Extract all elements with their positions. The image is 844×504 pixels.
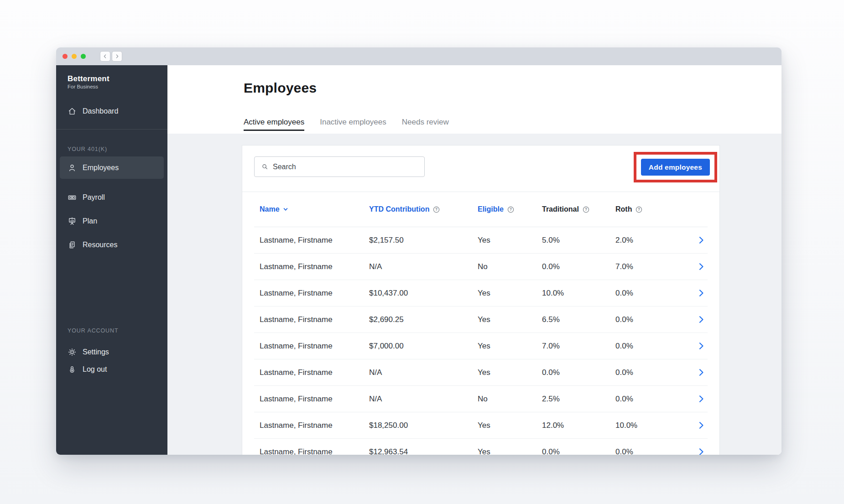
table-row[interactable]: Lastname, Firstname $2,690.25 Yes 6.5% 0… [254, 307, 708, 333]
cell-roth: 0.0% [615, 395, 688, 404]
cell-ytd-contribution: $2,157.50 [369, 236, 478, 245]
column-label: Roth [615, 205, 632, 213]
cell-name: Lastname, Firstname [260, 342, 369, 351]
cell-traditional: 0.0% [542, 262, 615, 271]
employees-card: Add employees Name YTD Contribution [242, 145, 720, 455]
table-row[interactable]: Lastname, Firstname N/A Yes 0.0% 0.0% [254, 359, 708, 386]
forward-button[interactable] [112, 51, 122, 62]
chevron-right-icon [698, 289, 705, 297]
help-icon[interactable]: ? [507, 206, 515, 213]
row-detail-link[interactable] [698, 421, 708, 430]
cell-eligible: Yes [478, 342, 542, 351]
table-row[interactable]: Lastname, Firstname $2,157.50 Yes 5.0% 2… [254, 227, 708, 254]
cell-eligible: Yes [478, 447, 542, 455]
sidebar-item-dashboard[interactable]: Dashboard [56, 101, 167, 121]
chevron-right-icon [698, 236, 705, 244]
cell-ytd-contribution: $2,690.25 [369, 315, 478, 324]
cell-ytd-contribution: N/A [369, 368, 478, 377]
tab-needs-review[interactable]: Needs review [402, 118, 449, 134]
sidebar-group-401k: Employees Payroll Plan Resources [56, 156, 167, 257]
annotation-highlight-box: Add employees [634, 152, 717, 182]
back-button[interactable] [100, 51, 110, 62]
table-row[interactable]: Lastname, Firstname $12,963.54 Yes 0.0% … [254, 439, 708, 455]
cell-eligible: Yes [478, 421, 542, 430]
row-detail-link[interactable] [698, 315, 708, 324]
banknote-icon [68, 193, 77, 202]
cell-ytd-contribution: $7,000.00 [369, 342, 478, 351]
window-body: Betterment For Business Dashboard YOUR 4… [56, 65, 781, 455]
sidebar-item-settings[interactable]: Settings [56, 343, 167, 361]
sidebar-item-employees[interactable]: Employees [60, 156, 164, 179]
row-detail-link[interactable] [698, 342, 708, 350]
chevron-right-icon [114, 53, 120, 59]
column-header-ytd-contribution[interactable]: YTD Contribution ? [369, 205, 478, 213]
row-detail-link[interactable] [698, 289, 708, 297]
search-input[interactable] [273, 163, 424, 171]
row-detail-link[interactable] [698, 236, 708, 244]
chevron-right-icon [698, 315, 705, 324]
tab-inactive-employees[interactable]: Inactive employees [320, 118, 386, 134]
help-icon[interactable]: ? [635, 206, 643, 213]
minimize-window-button[interactable] [72, 54, 77, 59]
table-row[interactable]: Lastname, Firstname N/A No 0.0% 7.0% [254, 254, 708, 280]
sidebar-item-label: Plan [83, 217, 97, 225]
cell-traditional: 10.0% [542, 289, 615, 298]
cell-roth: 10.0% [615, 421, 688, 430]
sidebar-item-label: Employees [83, 164, 119, 172]
column-header-name[interactable]: Name [260, 205, 369, 213]
cell-name: Lastname, Firstname [260, 447, 369, 455]
table-row[interactable]: Lastname, Firstname $10,437.00 Yes 10.0%… [254, 280, 708, 307]
add-employees-button[interactable]: Add employees [641, 159, 710, 176]
cell-eligible: Yes [478, 315, 542, 324]
page-header: Employees Active employees Inactive empl… [167, 65, 781, 134]
sidebar-item-resources[interactable]: Resources [56, 233, 167, 257]
sidebar-item-payroll[interactable]: Payroll [56, 186, 167, 209]
help-icon[interactable]: ? [432, 206, 440, 213]
chevron-right-icon [698, 262, 705, 271]
sidebar-group-account: Settings Log out [56, 343, 167, 378]
home-icon [68, 107, 77, 116]
row-detail-link[interactable] [698, 395, 708, 403]
employees-table: Name YTD Contribution ? Eligible ? [254, 192, 708, 455]
browser-window: Betterment For Business Dashboard YOUR 4… [56, 47, 781, 455]
cell-name: Lastname, Firstname [260, 395, 369, 404]
cell-roth: 0.0% [615, 315, 688, 324]
sidebar-section-your-account: YOUR ACCOUNT [68, 327, 167, 334]
sidebar-item-log-out[interactable]: Log out [56, 361, 167, 378]
row-detail-link[interactable] [698, 368, 708, 377]
column-label: Traditional [542, 205, 579, 213]
cell-roth: 0.0% [615, 447, 688, 455]
column-header-eligible[interactable]: Eligible ? [478, 205, 542, 213]
cell-ytd-contribution: $10,437.00 [369, 289, 478, 298]
search-box [254, 156, 425, 177]
cell-eligible: No [478, 395, 542, 404]
table-body: Lastname, Firstname $2,157.50 Yes 5.0% 2… [254, 227, 708, 455]
sidebar-item-label: Payroll [83, 193, 105, 202]
cell-roth: 0.0% [615, 289, 688, 298]
table-row[interactable]: Lastname, Firstname $18,250.00 Yes 12.0%… [254, 412, 708, 439]
table-row[interactable]: Lastname, Firstname $7,000.00 Yes 7.0% 0… [254, 333, 708, 359]
cell-eligible: Yes [478, 289, 542, 298]
document-icon [68, 240, 77, 249]
sidebar-item-plan[interactable]: Plan [56, 209, 167, 233]
logo-title: Betterment [68, 74, 167, 83]
help-icon[interactable]: ? [582, 206, 590, 213]
chevron-right-icon [698, 395, 705, 403]
cell-name: Lastname, Firstname [260, 421, 369, 430]
table-row[interactable]: Lastname, Firstname N/A No 2.5% 0.0% [254, 386, 708, 412]
person-icon [68, 163, 77, 172]
zoom-window-button[interactable] [81, 54, 86, 59]
close-window-button[interactable] [63, 54, 68, 59]
cell-roth: 7.0% [615, 262, 688, 271]
svg-text:?: ? [435, 208, 438, 212]
row-detail-link[interactable] [698, 262, 708, 271]
betterment-logo: Betterment For Business [68, 74, 167, 90]
column-header-roth: Roth ? [615, 205, 688, 213]
row-detail-link[interactable] [698, 447, 708, 455]
tab-active-employees[interactable]: Active employees [244, 118, 304, 134]
cell-traditional: 0.0% [542, 447, 615, 455]
cell-traditional: 7.0% [542, 342, 615, 351]
sidebar-item-label: Resources [83, 241, 117, 249]
cell-traditional: 6.5% [542, 315, 615, 324]
cell-name: Lastname, Firstname [260, 236, 369, 245]
